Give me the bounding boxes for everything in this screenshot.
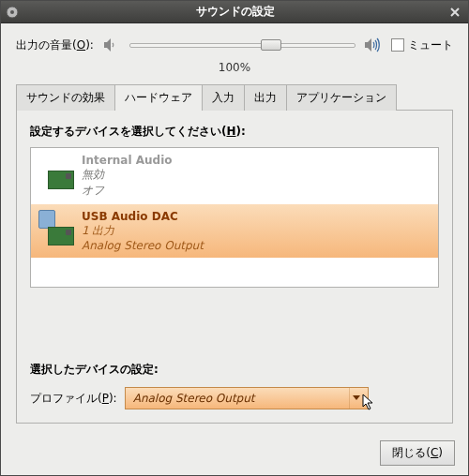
device-sub: オフ <box>82 183 173 199</box>
volume-percent: 100% <box>16 61 453 74</box>
speaker-high-icon <box>363 37 384 53</box>
profile-label: プロファイル(P): <box>30 391 117 407</box>
device-row-internal[interactable]: Internal Audio 無効 オフ <box>31 148 438 204</box>
sound-settings-window: サウンドの設定 出力の音量(O): ミュート 100% <box>0 0 469 476</box>
close-icon[interactable] <box>446 5 464 20</box>
speaker-low-icon <box>101 37 122 53</box>
chevron-down-icon <box>349 388 364 409</box>
selected-device-label: 選択したデバイスの設定: <box>30 362 439 378</box>
usb-soundcard-icon <box>38 210 74 245</box>
tab-input[interactable]: 入力 <box>202 84 245 111</box>
tab-bar: サウンドの効果 ハードウェア 入力 出力 アプリケーション <box>16 84 453 111</box>
tab-hardware[interactable]: ハードウェア <box>114 84 203 111</box>
device-list[interactable]: Internal Audio 無効 オフ USB Audio DAC 1 出力 … <box>30 147 439 288</box>
mute-checkbox[interactable]: ミュート <box>391 37 453 53</box>
output-volume-label: 出力の音量(O): <box>16 37 94 53</box>
soundcard-icon <box>38 154 74 189</box>
device-title: Internal Audio <box>82 154 173 167</box>
content-area: 出力の音量(O): ミュート 100% サウンドの効果 ハードウェア 入力 出力… <box>1 23 468 431</box>
volume-slider[interactable] <box>129 37 356 53</box>
mute-label: ミュート <box>408 37 453 53</box>
svg-point-1 <box>10 10 14 14</box>
device-title: USB Audio DAC <box>82 210 204 223</box>
cursor-icon <box>362 394 377 415</box>
device-list-label: 設定するデバイスを選択してください(H): <box>30 124 439 140</box>
window-title: サウンドの設定 <box>25 4 446 20</box>
device-sub: 1 出力 <box>82 223 204 239</box>
app-icon <box>5 5 20 20</box>
dialog-button-row: 閉じる(C) <box>1 431 468 475</box>
profile-row: プロファイル(P): Analog Stereo Output <box>30 387 439 409</box>
hardware-panel: 設定するデバイスを選択してください(H): Internal Audio 無効 … <box>16 110 453 424</box>
tab-sound-effects[interactable]: サウンドの効果 <box>16 84 115 111</box>
output-volume-row: 出力の音量(O): ミュート <box>16 37 453 53</box>
titlebar[interactable]: サウンドの設定 <box>1 1 468 23</box>
tab-output[interactable]: 出力 <box>244 84 287 111</box>
slider-thumb[interactable] <box>261 39 281 51</box>
profile-combobox[interactable]: Analog Stereo Output <box>125 387 369 409</box>
close-button[interactable]: 閉じる(C) <box>380 440 455 466</box>
profile-value: Analog Stereo Output <box>133 392 255 405</box>
checkbox-icon[interactable] <box>391 38 404 52</box>
device-row-usb[interactable]: USB Audio DAC 1 出力 Analog Stereo Output <box>31 204 438 258</box>
device-sub: Analog Stereo Output <box>82 239 204 252</box>
tab-applications[interactable]: アプリケーション <box>286 84 397 111</box>
device-sub: 無効 <box>82 167 173 183</box>
